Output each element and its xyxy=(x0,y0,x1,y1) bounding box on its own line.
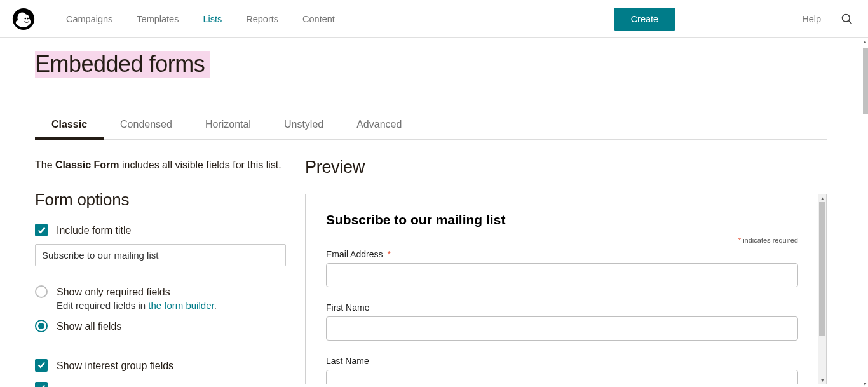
tab-classic[interactable]: Classic xyxy=(35,112,104,139)
only-required-row: Show only required fields Edit required … xyxy=(35,285,286,311)
check-icon xyxy=(37,361,46,369)
preview-scrollbar[interactable]: ▴ ▾ xyxy=(818,194,826,384)
interest-groups-row: Show interest group fields xyxy=(35,359,286,373)
only-required-sub: Edit required fields in the form builder… xyxy=(57,300,217,311)
all-fields-radio[interactable] xyxy=(35,320,48,332)
intro-prefix: The xyxy=(35,160,55,170)
main-nav-items: Campaigns Templates Lists Reports Conten… xyxy=(55,9,346,29)
nav-content[interactable]: Content xyxy=(291,9,346,29)
form-title-input[interactable] xyxy=(35,244,286,266)
tab-condensed[interactable]: Condensed xyxy=(104,112,189,139)
tab-advanced[interactable]: Advanced xyxy=(340,112,418,139)
svg-point-3 xyxy=(843,14,850,22)
top-nav: Campaigns Templates Lists Reports Conten… xyxy=(0,0,868,38)
scroll-down-icon: ▾ xyxy=(862,381,868,387)
nav-lists[interactable]: Lists xyxy=(191,9,233,29)
preview-frame: Subscribe to our mailing list * indicate… xyxy=(305,194,827,384)
cutoff-row xyxy=(35,382,286,387)
mailchimp-icon xyxy=(11,7,36,31)
svg-point-2 xyxy=(27,17,29,19)
form-tabs: Classic Condensed Horizontal Unstyled Ad… xyxy=(35,112,827,140)
preview-heading: Preview xyxy=(305,158,827,177)
page-title: Embedded forms xyxy=(35,51,210,78)
check-icon xyxy=(37,226,46,234)
form-options-heading: Form options xyxy=(35,190,286,210)
scroll-up-icon: ▴ xyxy=(818,194,826,202)
tab-horizontal[interactable]: Horizontal xyxy=(189,112,268,139)
preview-scrollbar-thumb[interactable] xyxy=(819,202,825,336)
help-link[interactable]: Help xyxy=(802,14,821,24)
cutoff-checkbox[interactable] xyxy=(35,382,48,387)
preview-lastname-label: Last Name xyxy=(326,356,798,366)
only-required-radio[interactable] xyxy=(35,285,48,298)
preview-email-label: Email Address * xyxy=(326,249,798,259)
preview-form-title: Subscribe to our mailing list xyxy=(326,212,798,227)
include-form-title-checkbox[interactable] xyxy=(35,224,48,236)
scrollbar-thumb[interactable] xyxy=(863,48,868,114)
check-icon xyxy=(37,384,46,387)
content: Embedded forms Classic Condensed Horizon… xyxy=(0,38,862,387)
interest-groups-checkbox[interactable] xyxy=(35,359,48,372)
tab-unstyled[interactable]: Unstyled xyxy=(268,112,340,139)
page-scrollbar[interactable]: ▴ ▾ xyxy=(862,38,868,387)
svg-point-1 xyxy=(24,17,26,19)
preview-firstname-input[interactable] xyxy=(326,316,798,341)
form-builder-link[interactable]: the form builder xyxy=(148,300,214,311)
search-button[interactable] xyxy=(840,12,854,26)
nav-campaigns[interactable]: Campaigns xyxy=(55,9,124,29)
svg-line-4 xyxy=(849,20,852,24)
preview-canvas: Subscribe to our mailing list * indicate… xyxy=(306,194,818,384)
search-icon xyxy=(841,13,853,25)
preview-column: Preview Subscribe to our mailing list * … xyxy=(305,158,827,387)
preview-lastname-input[interactable] xyxy=(326,370,798,384)
preview-email-input[interactable] xyxy=(326,263,798,287)
intro-suffix: includes all visible fields for this lis… xyxy=(119,160,281,170)
all-fields-label: Show all fields xyxy=(57,320,121,334)
preview-required-note: * indicates required xyxy=(326,236,798,244)
intro-text: The Classic Form includes all visible fi… xyxy=(35,158,286,173)
include-form-title-label: Include form title xyxy=(57,224,131,238)
scroll-down-icon: ▾ xyxy=(818,376,826,384)
scroll-up-icon: ▴ xyxy=(862,38,868,44)
options-column: The Classic Form includes all visible fi… xyxy=(35,158,286,387)
intro-bold: Classic Form xyxy=(55,160,119,170)
only-required-label: Show only required fields xyxy=(57,285,217,299)
scrollbar-track xyxy=(862,44,868,381)
include-form-title-row: Include form title xyxy=(35,224,286,238)
interest-groups-label: Show interest group fields xyxy=(57,359,173,373)
all-fields-row: Show all fields xyxy=(35,320,286,334)
preview-firstname-label: First Name xyxy=(326,302,798,313)
mailchimp-logo[interactable] xyxy=(11,7,39,31)
asterisk-icon: * xyxy=(738,236,741,244)
create-button[interactable]: Create xyxy=(614,8,675,31)
nav-reports[interactable]: Reports xyxy=(234,9,290,29)
asterisk-icon: * xyxy=(387,249,390,259)
nav-templates[interactable]: Templates xyxy=(125,9,190,29)
